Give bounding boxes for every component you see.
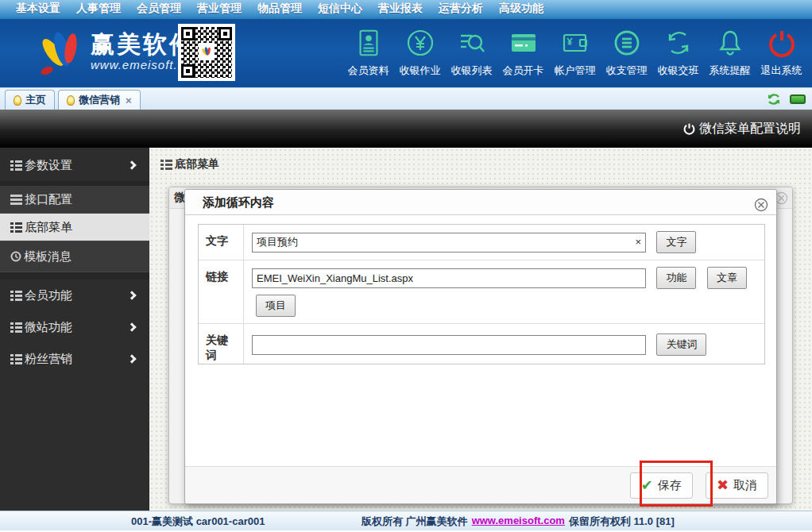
flower-logo-icon	[38, 25, 84, 76]
shift-refresh-icon	[652, 24, 704, 59]
link-label: 链接	[199, 260, 244, 323]
tool-member-profile[interactable]: 会员资料	[342, 24, 394, 78]
menu-basic-settings[interactable]: 基本设置	[16, 2, 60, 16]
sidebar: 参数设置 接口配置 底部菜单 模板消息	[0, 148, 149, 511]
qr-code	[178, 24, 235, 81]
sidebar-item-microsite-functions[interactable]: 微站功能	[0, 311, 149, 343]
balance-list-icon	[601, 24, 652, 59]
wechat-menu-help-link[interactable]: 微信菜单配置说明	[699, 121, 801, 137]
menu-lines-icon	[10, 195, 22, 205]
tool-cashier[interactable]: 收银作业	[394, 24, 446, 78]
member-profile-icon	[342, 24, 394, 59]
dialog-title: 添加循环内容	[203, 195, 274, 209]
back-panel-title: 微	[174, 191, 185, 203]
wallet-icon	[549, 24, 601, 59]
power-icon	[756, 24, 807, 59]
tool-reminder[interactable]: 系统提醒	[704, 24, 756, 78]
form-row-link: 链接 功能 文章 项目	[199, 260, 764, 324]
battery-icon[interactable]	[790, 94, 806, 104]
save-button[interactable]: ✔ 保存	[630, 472, 693, 499]
chevron-right-icon	[127, 160, 136, 169]
link-input[interactable]	[252, 268, 646, 288]
sidebar-item-interface-config[interactable]: 接口配置	[0, 186, 149, 214]
dialog-form: 文字 × 文字 链接	[198, 224, 765, 364]
refresh-icon[interactable]	[766, 91, 782, 107]
menu-advanced[interactable]: 高级功能	[499, 2, 543, 16]
chevron-right-icon	[127, 322, 136, 331]
tab-wechat-marketing[interactable]: 微信营销 ×	[58, 90, 141, 110]
sidebar-item-member-functions[interactable]: 会员功能	[0, 279, 149, 311]
tab-bar: 主页 微信营销 ×	[0, 87, 812, 110]
list-icon	[10, 160, 22, 171]
list-icon	[10, 222, 22, 233]
cashier-list-search-icon	[446, 24, 497, 59]
menu-hr[interactable]: 人事管理	[76, 2, 121, 16]
tool-balance[interactable]: 收支管理	[601, 24, 652, 78]
header-toolbar: 会员资料 收银作业 收银列表	[342, 24, 807, 78]
status-footer: 001-赢美测试 car001-car001 版权所有 广州赢美软件 www.e…	[0, 511, 812, 530]
list-icon	[10, 354, 22, 364]
cashier-yen-icon	[394, 24, 446, 59]
section-title: 底部菜单	[160, 157, 219, 172]
tool-exit[interactable]: 退出系统	[756, 24, 807, 78]
member-card-icon	[497, 24, 549, 59]
menu-reports[interactable]: 营业报表	[378, 2, 423, 16]
text-input[interactable]	[252, 233, 646, 253]
form-row-text: 文字 × 文字	[199, 225, 764, 260]
text-picker-button[interactable]: 文字	[656, 231, 696, 253]
app-window: 基本设置 人事管理 会员管理 营业管理 物品管理 短信中心 营业报表 运营分析 …	[0, 0, 812, 532]
footer-copyright-suffix: 保留所有权利 11.0 [81]	[569, 515, 675, 529]
cancel-button[interactable]: ✖ 取消	[706, 472, 768, 499]
menu-analytics[interactable]: 运营分析	[439, 2, 483, 16]
bulb-icon	[14, 95, 21, 106]
main-panel: 底部菜单 微 添加循环内容	[149, 148, 812, 511]
module-header-strip: 微信菜单配置说明	[0, 110, 812, 148]
content-area: 参数设置 接口配置 底部菜单 模板消息	[0, 148, 812, 511]
list-icon	[10, 291, 22, 301]
top-menu-bar: 基本设置 人事管理 会员管理 营业管理 物品管理 短信中心 营业报表 运营分析 …	[0, 0, 812, 19]
sidebar-item-parameter-settings[interactable]: 参数设置	[0, 149, 149, 186]
check-icon: ✔	[641, 476, 653, 494]
function-picker-button[interactable]: 功能	[656, 267, 696, 289]
dialog-footer: ✔ 保存 ✖ 取消	[185, 466, 776, 503]
power-help-icon	[682, 122, 696, 136]
bell-icon	[704, 24, 756, 59]
footer-account-info: 001-赢美测试 car001-car001	[131, 515, 265, 529]
chevron-right-icon	[127, 291, 136, 299]
app-header: 赢美软件 www.emeisoft.com	[0, 19, 812, 87]
tab-home[interactable]: 主页	[5, 90, 55, 110]
sidebar-item-bottom-menu[interactable]: 底部菜单	[0, 214, 149, 241]
tab-close-icon[interactable]: ×	[126, 94, 132, 106]
sidebar-item-template-message[interactable]: 模板消息	[0, 241, 149, 272]
article-picker-button[interactable]: 文章	[707, 267, 747, 289]
project-picker-button[interactable]: 项目	[256, 295, 296, 317]
text-label: 文字	[199, 225, 244, 260]
menu-sms[interactable]: 短信中心	[318, 2, 362, 16]
list-icon	[160, 160, 172, 170]
keyword-input[interactable]	[252, 335, 646, 355]
dialog-titlebar: 添加循环内容	[185, 190, 776, 215]
clear-input-icon[interactable]: ×	[635, 236, 641, 249]
dialog-close-icon[interactable]	[754, 195, 768, 220]
keyword-label: 关键词	[199, 324, 244, 364]
chevron-right-icon	[127, 354, 136, 363]
cross-icon: ✖	[717, 476, 729, 494]
sidebar-item-fans-marketing[interactable]: 粉丝营销	[0, 343, 149, 375]
tool-member-card[interactable]: 会员开卡	[497, 24, 549, 78]
tool-shift[interactable]: 收银交班	[652, 24, 704, 78]
menu-goods[interactable]: 物品管理	[257, 2, 302, 16]
clock-icon	[10, 251, 21, 262]
tool-accounts[interactable]: 帐户管理	[549, 24, 601, 78]
bulb-icon	[67, 95, 75, 106]
keyword-picker-button[interactable]: 关键词	[656, 333, 706, 356]
footer-copyright-prefix: 版权所有 广州赢美软件	[362, 515, 468, 529]
footer-website-link[interactable]: www.emeisoft.com	[472, 515, 565, 529]
menu-members[interactable]: 会员管理	[137, 2, 181, 16]
tool-cashier-list[interactable]: 收银列表	[446, 24, 497, 78]
add-loop-content-dialog: 添加循环内容 文字 × 文字	[184, 189, 777, 504]
menu-business[interactable]: 营业管理	[197, 2, 242, 16]
form-row-keyword: 关键词 关键词	[199, 324, 764, 364]
list-icon	[10, 322, 22, 333]
